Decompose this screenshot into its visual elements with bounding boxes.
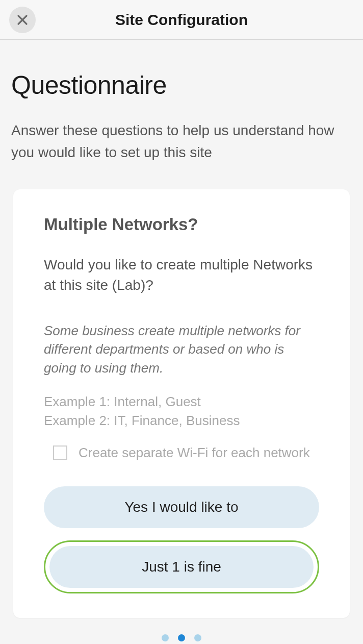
card-example-1: Example 1: Internal, Guest: [44, 392, 319, 411]
separate-wifi-checkbox[interactable]: [53, 445, 67, 460]
header: Site Configuration: [0, 0, 363, 40]
card-note: Some business create multiple networks f…: [44, 321, 319, 377]
header-title: Site Configuration: [115, 11, 248, 29]
option-no-button[interactable]: Just 1 is fine: [49, 546, 314, 588]
page-heading: Questionnaire: [11, 70, 352, 100]
pager-dot-0[interactable]: [162, 634, 169, 641]
option-no-highlight: Just 1 is fine: [44, 540, 319, 593]
checkbox-row: Create separate Wi-Fi for each network: [44, 445, 319, 461]
question-card: Multiple Networks? Would you like to cre…: [13, 189, 350, 618]
pager: [11, 634, 352, 641]
close-icon: [16, 14, 29, 26]
card-title: Multiple Networks?: [44, 215, 319, 234]
main-content: Questionnaire Answer these questions to …: [0, 40, 363, 641]
pager-dot-1[interactable]: [178, 634, 185, 641]
close-button[interactable]: [9, 7, 36, 33]
page-subheading: Answer these questions to help us unders…: [11, 119, 352, 164]
checkbox-label: Create separate Wi-Fi for each network: [79, 445, 310, 461]
option-yes-button[interactable]: Yes I would like to: [44, 486, 319, 528]
card-example-2: Example 2: IT, Finance, Business: [44, 411, 319, 430]
pager-dot-2[interactable]: [194, 634, 201, 641]
card-question: Would you like to create multiple Networ…: [44, 255, 319, 296]
